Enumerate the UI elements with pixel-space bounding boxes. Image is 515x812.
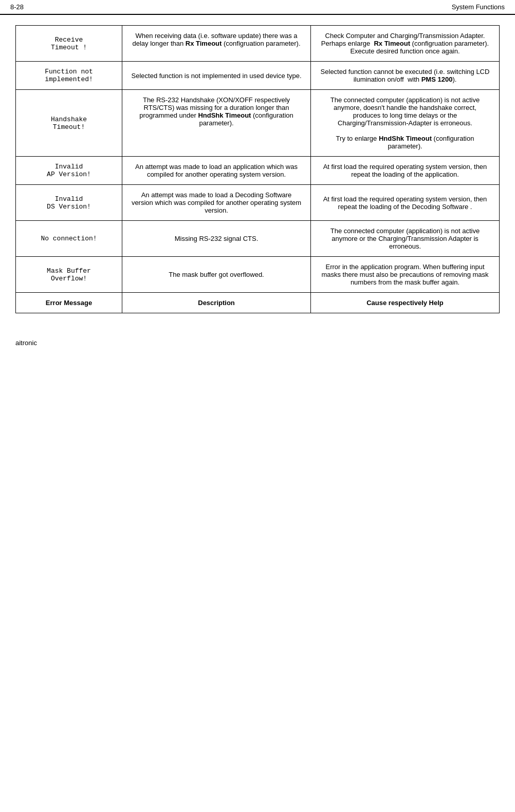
table-row: No connection! Missing RS-232 signal CTS… <box>16 221 500 257</box>
page-footer: aitronic <box>0 334 515 352</box>
col-header-1: Error Message <box>16 293 122 313</box>
description-6: Missing RS-232 signal CTS. <box>122 221 311 257</box>
page-number: 8-28 <box>10 3 24 11</box>
col-header-2: Description <box>122 293 311 313</box>
error-table: ReceiveTimeout ! When receiving data (i.… <box>15 25 500 313</box>
description-7: The mask buffer got overflowed. <box>122 257 311 293</box>
error-message-3: HandshakeTimeout! <box>16 90 122 157</box>
cause-1: Check Computer and Charging/Transmission… <box>311 26 500 62</box>
main-content: ReceiveTimeout ! When receiving data (i.… <box>0 15 515 334</box>
table-row: HandshakeTimeout! The RS-232 Handshake (… <box>16 90 500 157</box>
table-header-row: Error Message Description Cause respecti… <box>16 293 500 313</box>
description-3: The RS-232 Handshake (XON/XOFF respectiv… <box>122 90 311 157</box>
cause-2: Selected function cannot be executed (i.… <box>311 62 500 90</box>
cause-4: At first load the required operating sys… <box>311 157 500 185</box>
brand-name: aitronic <box>15 339 37 347</box>
page-header: 8-28 System Functions <box>0 0 515 15</box>
section-title: System Functions <box>452 3 505 11</box>
error-message-2: Function notimplemented! <box>16 62 122 90</box>
description-5: An attempt was made to load a Decoding S… <box>122 185 311 221</box>
error-message-1: ReceiveTimeout ! <box>16 26 122 62</box>
error-message-7: Mask BufferOverflow! <box>16 257 122 293</box>
description-2: Selected function is not implemented in … <box>122 62 311 90</box>
cause-6: The connected computer (application) is … <box>311 221 500 257</box>
description-4: An attempt was made to load an applicati… <box>122 157 311 185</box>
table-row: ReceiveTimeout ! When receiving data (i.… <box>16 26 500 62</box>
table-row: InvalidAP Version! An attempt was made t… <box>16 157 500 185</box>
description-1: When receiving data (i.e. software updat… <box>122 26 311 62</box>
error-message-6: No connection! <box>16 221 122 257</box>
cause-5: At first load the required operating sys… <box>311 185 500 221</box>
error-message-5: InvalidDS Version! <box>16 185 122 221</box>
cause-3: The connected computer (application) is … <box>311 90 500 157</box>
cause-7: Error in the application program. When b… <box>311 257 500 293</box>
table-row: InvalidDS Version! An attempt was made t… <box>16 185 500 221</box>
col-header-3: Cause respectively Help <box>311 293 500 313</box>
error-message-4: InvalidAP Version! <box>16 157 122 185</box>
table-row: Function notimplemented! Selected functi… <box>16 62 500 90</box>
table-row: Mask BufferOverflow! The mask buffer got… <box>16 257 500 293</box>
